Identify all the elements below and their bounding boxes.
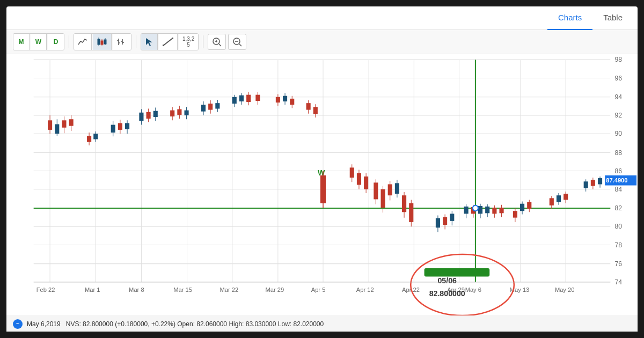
svg-text:05/06: 05/06 [437, 276, 457, 285]
chart-svg[interactable]: .grid-line { stroke: #e0e0e0; stroke-wid… [6, 54, 638, 315]
candle-chart-button[interactable] [93, 34, 112, 50]
svg-rect-146 [388, 184, 392, 195]
tab-charts-label: Charts [558, 13, 582, 22]
period-w-button[interactable]: W [31, 34, 47, 50]
draw-line-button[interactable] [159, 34, 178, 50]
svg-rect-91 [111, 125, 115, 133]
tools-group: 1,3,25 [141, 33, 199, 50]
svg-text:90: 90 [614, 130, 622, 137]
svg-rect-97 [139, 113, 143, 121]
status-icon: ~ [13, 319, 23, 329]
svg-rect-93 [118, 123, 122, 129]
status-low: 82.020000 [293, 320, 324, 328]
svg-rect-95 [125, 123, 129, 129]
period-d-button[interactable]: D [48, 34, 64, 50]
svg-rect-125 [283, 96, 287, 101]
svg-rect-107 [185, 111, 189, 115]
svg-rect-129 [306, 103, 311, 109]
svg-marker-12 [146, 38, 152, 46]
svg-rect-150 [402, 195, 406, 212]
toolbar: M W D [6, 30, 638, 54]
svg-text:86: 86 [614, 167, 622, 175]
svg-text:87.4900: 87.4900 [606, 177, 627, 183]
svg-text:Mar 22: Mar 22 [219, 286, 238, 293]
zoom-out-button[interactable] [228, 34, 246, 50]
status-text: May 6,2019 NVS: 82.800000 (+0.180000, +0… [27, 320, 324, 328]
svg-rect-185 [584, 181, 588, 188]
svg-text:80: 80 [614, 223, 622, 230]
svg-text:82.800000: 82.800000 [429, 289, 465, 298]
svg-line-13 [163, 38, 173, 46]
svg-rect-113 [215, 103, 219, 108]
svg-rect-181 [557, 195, 561, 202]
svg-rect-119 [246, 95, 251, 102]
zoom-in-button[interactable] [208, 34, 226, 50]
svg-rect-183 [564, 194, 568, 200]
svg-rect-127 [290, 99, 294, 105]
svg-rect-173 [513, 211, 517, 217]
sequence-button[interactable]: 1,3,25 [179, 34, 198, 50]
svg-rect-83 [62, 120, 66, 127]
svg-text:Apr 12: Apr 12 [356, 286, 374, 293]
svg-rect-111 [208, 104, 213, 109]
bar-chart-button[interactable] [113, 34, 131, 50]
sep1 [69, 35, 69, 48]
period-group: M W D [13, 33, 64, 50]
svg-rect-156 [443, 217, 447, 225]
svg-rect-144 [380, 189, 385, 208]
tab-charts[interactable]: Charts [547, 6, 592, 30]
svg-text:76: 76 [614, 260, 622, 268]
svg-text:Mar 15: Mar 15 [173, 286, 192, 293]
tab-table[interactable]: Table [592, 6, 633, 30]
status-change-pct: +0.22% [151, 320, 173, 328]
svg-rect-187 [591, 180, 595, 186]
period-m-button[interactable]: M [13, 34, 30, 50]
svg-line-19 [219, 44, 221, 46]
svg-text:88: 88 [614, 149, 622, 156]
chart-area: .grid-line { stroke: #e0e0e0; stroke-wid… [6, 54, 638, 315]
svg-rect-148 [395, 183, 399, 194]
svg-text:74: 74 [614, 278, 622, 286]
status-close: 82.800000 [83, 320, 113, 328]
svg-text:98: 98 [614, 56, 622, 63]
svg-rect-171 [499, 208, 503, 213]
svg-rect-193 [425, 268, 490, 277]
svg-rect-123 [276, 97, 280, 102]
svg-point-165 [473, 205, 478, 211]
chart-type-group [74, 33, 131, 50]
svg-rect-177 [527, 202, 531, 209]
svg-rect-138 [357, 173, 361, 185]
svg-rect-89 [93, 134, 98, 139]
svg-text:Feb 22: Feb 22 [36, 286, 55, 293]
svg-rect-103 [170, 111, 174, 116]
svg-rect-169 [492, 208, 496, 214]
sep2 [136, 35, 136, 48]
svg-text:96: 96 [614, 75, 622, 82]
svg-rect-160 [464, 207, 469, 214]
cursor-button[interactable] [141, 34, 158, 50]
svg-text:Mar 29: Mar 29 [266, 286, 284, 293]
svg-text:May 6: May 6 [465, 286, 481, 293]
tab-bar: Charts Table [6, 6, 638, 30]
svg-rect-81 [55, 124, 59, 134]
status-ticker: NVS [66, 320, 79, 328]
status-open: 82.060000 [196, 320, 227, 328]
status-bar: ~ May 6,2019 NVS: 82.800000 (+0.180000, … [6, 315, 638, 332]
svg-rect-99 [147, 112, 151, 119]
status-change: +0.180000 [117, 320, 148, 328]
svg-rect-175 [520, 204, 524, 211]
line-chart-button[interactable] [74, 34, 92, 50]
svg-rect-105 [177, 109, 181, 115]
svg-text:78: 78 [614, 241, 622, 248]
svg-text:94: 94 [614, 93, 622, 101]
svg-text:84: 84 [614, 186, 622, 193]
svg-rect-164 [478, 206, 482, 214]
svg-line-22 [239, 44, 241, 46]
svg-rect-121 [255, 95, 260, 101]
svg-rect-117 [239, 95, 244, 101]
svg-rect-134 [320, 175, 326, 203]
tab-table-label: Table [603, 13, 623, 22]
svg-rect-167 [485, 207, 489, 213]
svg-text:Apr 5: Apr 5 [311, 286, 326, 293]
svg-rect-85 [69, 119, 74, 126]
